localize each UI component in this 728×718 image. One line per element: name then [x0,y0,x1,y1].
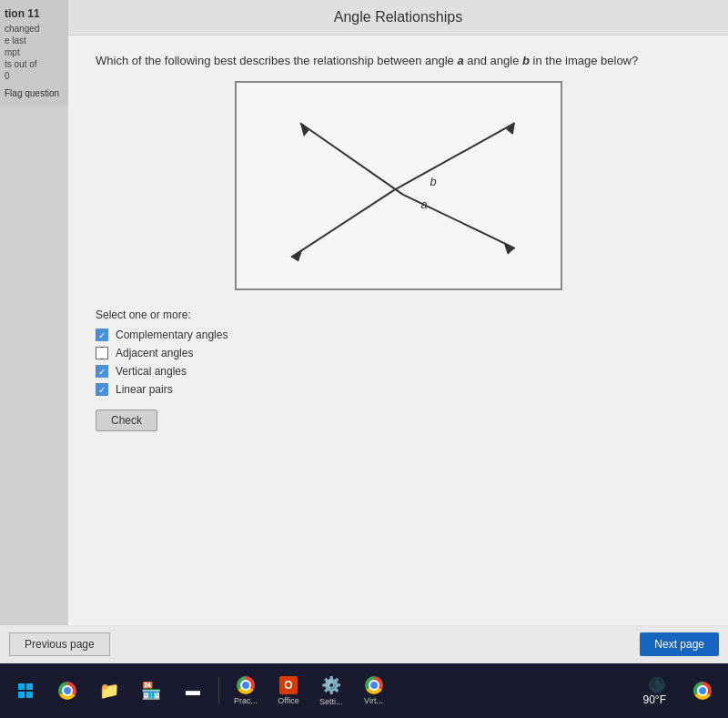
svg-line-6 [299,123,402,195]
svg-line-2 [291,190,394,258]
option-vertical-label: Vertical angles [116,365,187,378]
taskbar-prac[interactable]: Prac... [227,672,265,709]
check-button[interactable]: Check [96,410,157,431]
taskbar-office[interactable]: O Office [270,672,307,709]
chrome-right-icon [693,682,712,700]
svg-text:b: b [430,175,436,188]
select-label: Select one or more: [96,308,701,321]
sidebar-attempt: mpt [5,47,64,57]
question-text: Which of the following best describes th… [96,54,701,67]
angle-a-label: a [457,54,463,67]
taskbar-store[interactable]: 🏪 [133,677,169,704]
question-text-part3: in the image below? [530,54,638,67]
checkbox-complementary[interactable] [96,329,108,341]
question-text-part2: and angle [464,54,522,67]
flag-question-button[interactable]: Flag question [5,88,64,98]
office-icon: O [279,676,298,694]
taskbar-weather[interactable]: 🌑 90°F [636,672,679,710]
taskbar-settings-label: Setti... [319,697,343,706]
svg-line-0 [394,123,515,190]
files-icon: 📁 [99,681,119,701]
taskbar-divider [218,677,219,704]
taskbar-windows[interactable] [7,680,44,702]
option-linear-label: Linear pairs [116,383,173,396]
checkbox-adjacent[interactable] [96,347,108,359]
store-icon: 🏪 [141,681,161,701]
svg-text:a: a [420,197,427,211]
settings-icon: ⚙️ [321,675,341,695]
checkbox-linear[interactable] [96,383,108,396]
angle-diagram: b a [237,83,561,288]
svg-marker-7 [299,123,308,137]
taskbar-prac-label: Prac... [234,696,258,705]
next-button[interactable]: Next page [640,632,719,656]
options-list: Complementary angles Adjacent angles Ver… [96,329,701,396]
svg-marker-3 [291,251,302,262]
taskbar-chrome-right[interactable] [684,678,721,703]
question-area: Which of the following best describes th… [68,35,728,663]
taskbar-virt-label: Virt... [364,696,383,705]
sidebar-last: e last [5,35,64,46]
taskbar-virt[interactable]: Virt... [356,672,392,709]
taskbar-unknown[interactable]: ▬ [175,679,211,703]
question-text-part1: Which of the following best describes th… [96,54,457,67]
taskbar-office-label: Office [278,696,298,705]
option-complementary[interactable]: Complementary angles [96,329,701,341]
temperature-label: 90°F [643,693,666,706]
option-linear[interactable]: Linear pairs [96,383,701,396]
sidebar-changed: changed [5,24,64,34]
option-adjacent-label: Adjacent angles [116,347,193,359]
prac-chrome-icon [237,676,255,694]
virt-chrome-icon [365,676,383,694]
unknown-icon: ▬ [186,683,200,699]
question-number: tion 11 [5,7,64,20]
option-vertical[interactable]: Vertical angles [96,365,701,378]
prev-button[interactable]: Previous page [9,632,110,656]
nav-bar: Previous page Next page [0,625,728,663]
taskbar: 📁 🏪 ▬ Prac... O Office ⚙️ Setti... Virt.… [0,663,728,718]
option-adjacent[interactable]: Adjacent angles [96,347,701,359]
svg-line-4 [402,195,514,248]
page-title: Angle Relationships [68,0,728,35]
taskbar-settings[interactable]: ⚙️ Setti... [312,672,350,710]
sidebar-points-val: 0 [5,71,64,81]
angle-b-label: b [522,54,530,67]
checkbox-vertical[interactable] [96,365,108,378]
diagram-box: b a [235,81,562,290]
taskbar-files[interactable]: 📁 [91,677,127,704]
option-complementary-label: Complementary angles [116,329,228,341]
edge-icon [58,682,76,700]
sidebar: tion 11 changed e last mpt ts out of 0 F… [0,0,68,106]
taskbar-edge[interactable] [49,678,86,703]
sidebar-points-out: ts out of [5,59,64,69]
